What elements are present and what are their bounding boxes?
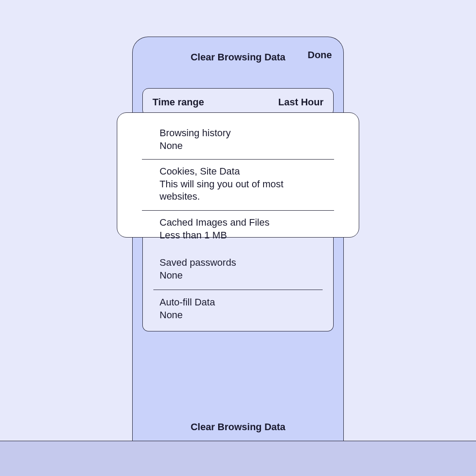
option-autofill-data[interactable]: Auto-fill Data None: [153, 290, 323, 331]
option-subtitle: This will sing you out of most websites.: [160, 178, 292, 203]
option-title: Browsing history: [160, 127, 334, 140]
header-bar: Clear Browsing Data Done: [142, 48, 334, 66]
option-browsing-history[interactable]: Browsing history None: [117, 123, 359, 159]
option-cached-images-files[interactable]: Cached Images and Files Less than 1 MB: [117, 210, 359, 249]
option-subtitle: None: [160, 140, 334, 152]
option-title: Saved passwords: [160, 257, 316, 269]
option-subtitle: None: [160, 309, 316, 322]
option-title: Auto-fill Data: [160, 296, 316, 309]
option-saved-passwords[interactable]: Saved passwords None: [153, 250, 323, 290]
option-title: Cached Images and Files: [160, 216, 334, 229]
option-subtitle: Less than 1 MB: [160, 229, 334, 242]
highlighted-options-card: Browsing history None Cookies, Site Data…: [117, 112, 359, 238]
time-range-value: Last Hour: [278, 97, 324, 108]
page-title: Clear Browsing Data: [190, 52, 285, 63]
ground-band: [0, 441, 476, 476]
ground-line: [0, 441, 476, 441]
option-cookies-site-data[interactable]: Cookies, Site Data This will sing you ou…: [117, 159, 359, 210]
option-title: Cookies, Site Data: [160, 165, 334, 178]
option-subtitle: None: [160, 269, 316, 282]
time-range-label: Time range: [152, 97, 204, 108]
done-button[interactable]: Done: [308, 49, 332, 61]
clear-browsing-data-button[interactable]: Clear Browsing Data: [133, 421, 343, 433]
